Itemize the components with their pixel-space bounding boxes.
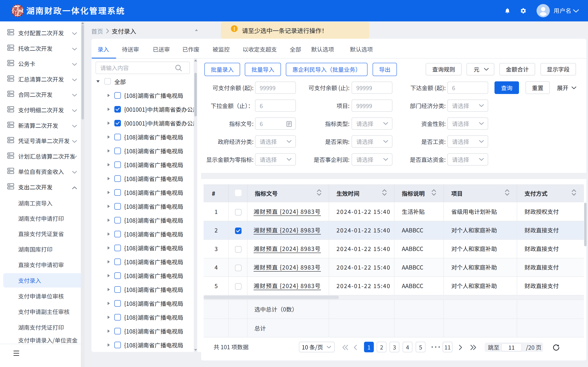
svg-text:政: 政: [18, 10, 22, 17]
svg-text:南: 南: [18, 5, 22, 11]
svg-text:财: 财: [13, 10, 17, 16]
